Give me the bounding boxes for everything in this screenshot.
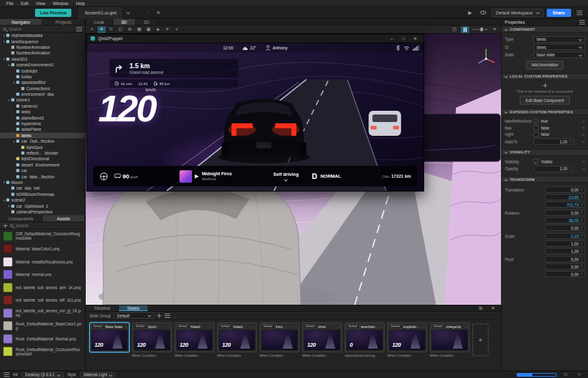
menu-window[interactable]: Window <box>49 0 72 7</box>
state-menu-icon[interactable]: ⋯ <box>252 325 255 329</box>
tree-item-todinight[interactable]: todinight <box>0 68 85 73</box>
workspace-selector[interactable]: Default Workspace <box>492 9 544 17</box>
tab-3d[interactable]: 3D <box>113 19 136 25</box>
run-project-icon[interactable]: ▶ <box>466 8 475 17</box>
night-checkbox[interactable] <box>534 132 539 137</box>
select-tool-icon[interactable]: ↖ <box>88 26 96 33</box>
tree-item-view3d1[interactable]: ▾view3D1 <box>0 56 85 62</box>
output-icon[interactable]: ⊞ <box>561 370 570 378</box>
tree-item-hdrbloomtonemap[interactable]: hDRBloomTonemap <box>0 192 85 197</box>
scale-y-input[interactable]: 1,00▴▾ <box>545 240 585 247</box>
tab-states[interactable]: States <box>119 305 148 311</box>
spin-arrows[interactable]: ▴▾ <box>580 202 584 207</box>
minimize-button[interactable]: – <box>387 35 396 43</box>
visibility-checkbox[interactable]: ✓ <box>534 159 539 164</box>
close-button[interactable]: ✕ <box>411 35 420 43</box>
scale-tool-icon[interactable]: ◱ <box>116 26 124 33</box>
tab-projects[interactable]: Projects <box>43 19 85 25</box>
tree-item-camera1[interactable]: camera1 <box>0 103 85 109</box>
spin-arrows[interactable]: ▴▾ <box>580 218 584 223</box>
add-state-button[interactable]: + <box>472 324 489 356</box>
translation-y-input[interactable]: -23,65▴▾ <box>545 194 585 200</box>
tree-item-gaussianblur[interactable]: ▾gaussianBlur <box>0 79 85 85</box>
lakereflections-checkbox[interactable]: ✓ <box>534 119 539 124</box>
state-menu-icon[interactable]: ⋯ <box>295 325 298 329</box>
share-button[interactable]: Share <box>547 9 571 17</box>
spin-arrows[interactable]: ▴▾ <box>580 241 584 246</box>
expander-icon[interactable]: ▾ <box>12 140 16 143</box>
binding-link-icon[interactable]: ∞ <box>582 133 585 136</box>
expander-icon[interactable]: ▾ <box>7 204 11 208</box>
tree-item-desert-environment[interactable]: desert_Environment <box>0 162 85 168</box>
add-state-group-icon[interactable] <box>157 314 161 318</box>
state-thumbnail[interactable] <box>261 330 298 350</box>
media-player[interactable]: ▶ Midnight Fires Wolfclub <box>180 170 232 183</box>
pause-particles-icon[interactable] <box>461 26 469 33</box>
state-card-intro[interactable]: DefaultIntro⋯When Condition <box>260 322 300 358</box>
light-bulb-icon[interactable]: ☀ <box>490 26 499 33</box>
rotate-tool-icon[interactable]: ↻ <box>107 26 115 33</box>
tree-item-bloom[interactable]: ▾bloom <box>0 180 85 185</box>
puppet-titlebar[interactable]: Qml2Puppet – □ ✕ <box>87 34 423 43</box>
state-thumbnail[interactable]: 0 <box>347 330 383 350</box>
style-selector[interactable]: Material Light <box>80 372 116 377</box>
id-field[interactable]: lanes <box>534 44 585 50</box>
asset-item-rock-defaultmaterial-basecolor1-png[interactable]: Rock_DefaultMaterial_BaseColor1.png <box>0 320 85 333</box>
move-tool-icon[interactable]: ✛ <box>98 26 106 33</box>
add-annotation-button[interactable]: Add Annotation <box>526 61 564 69</box>
menu-file[interactable]: File <box>3 0 17 7</box>
pivot-z-input[interactable]: 0,00▴▾ <box>545 271 585 277</box>
tree-item-lightdirectional[interactable]: lightDirectional <box>0 156 85 161</box>
light-toggle-icon[interactable]: ☀ <box>163 26 171 33</box>
tree-item-car[interactable]: car <box>0 168 85 173</box>
section-header-exposed-custom-properties[interactable]: Exposed Custom Properties <box>502 108 588 115</box>
translation-z-input[interactable]: 701,73▴▾ <box>545 202 585 208</box>
asset-item-material-normal-png[interactable]: Material_normal.png <box>0 268 85 282</box>
expander-icon[interactable]: ▾ <box>2 34 6 38</box>
flaa-checkbox[interactable] <box>534 125 539 130</box>
tree-item-scene1[interactable]: ▾scene1 <box>0 97 85 103</box>
type-field[interactable]: lanes <box>534 36 585 43</box>
section-header-transform[interactable]: Transform <box>502 176 588 183</box>
spin-arrows[interactable]: ▴▾ <box>569 166 572 171</box>
binding-link-icon[interactable]: ∞ <box>582 120 585 123</box>
live-preview-button[interactable]: Live Preview <box>35 9 71 17</box>
kit-selector[interactable]: Desktop Qt 6.5.1 <box>21 372 63 377</box>
state-thumbnail[interactable]: 120 <box>219 330 255 350</box>
spin-arrows[interactable]: ▴▾ <box>580 195 584 200</box>
state-thumbnail[interactable]: 120 <box>304 330 340 350</box>
close-document-icon[interactable]: ✕ <box>154 8 163 17</box>
rotation-x-input[interactable]: 0,00▴▾ <box>545 210 585 216</box>
assets-search-input[interactable] <box>16 223 82 228</box>
state-group-menu-icon[interactable] <box>165 314 170 318</box>
orientation-toggle-icon[interactable]: ⊕ <box>126 26 134 33</box>
expander-icon[interactable]: ▾ <box>2 57 6 61</box>
tree-item-connections[interactable]: Connections <box>0 86 85 91</box>
spin-arrows[interactable]: ▴▾ <box>569 139 572 144</box>
sidebar-toggle-icon[interactable] <box>4 372 9 377</box>
tree-item-hyperdrive[interactable]: hyperdrive <box>0 121 85 126</box>
tree-item-sceneenvironment1[interactable]: ▾sceneEnvironment1 <box>0 62 85 68</box>
state-thumbnail[interactable]: 120 <box>389 330 425 350</box>
state-field[interactable]: base state <box>534 52 585 58</box>
expander-icon[interactable]: ▾ <box>7 98 11 102</box>
state-menu-icon[interactable]: ⋯ <box>465 325 468 329</box>
tab-timeline[interactable]: Timeline <box>86 305 119 311</box>
binding-link-icon[interactable]: ∞ <box>582 160 585 163</box>
navigator-search-input[interactable] <box>9 27 74 31</box>
tree-item-planebend3[interactable]: planeBend3 <box>0 115 85 120</box>
steering-wheel-icon[interactable] <box>99 172 108 181</box>
tree-item-today[interactable]: today <box>0 74 85 79</box>
state-card-chargeup[interactable]: DefaultchargeUp⋯When Condition <box>430 322 470 358</box>
tree-item-scene2[interactable]: ▾scene2 <box>0 197 85 203</box>
state-menu-icon[interactable]: ⋯ <box>210 325 213 329</box>
tree-item-lanes[interactable]: lanes <box>0 133 85 138</box>
expander-icon[interactable]: ▾ <box>2 198 6 202</box>
add-asset-icon[interactable] <box>3 223 8 228</box>
scale-x-input[interactable]: 0,15▴▾ <box>545 233 585 239</box>
state-menu-icon[interactable]: ⋯ <box>380 325 383 329</box>
spin-arrows[interactable]: ▴▾ <box>580 187 584 192</box>
tree-item-environment-day[interactable]: environment_day <box>0 91 85 97</box>
state-card-adas2[interactable]: DefaultAdas2⋯120When Condition <box>175 322 215 358</box>
state-group-selector[interactable]: Default <box>114 312 154 319</box>
